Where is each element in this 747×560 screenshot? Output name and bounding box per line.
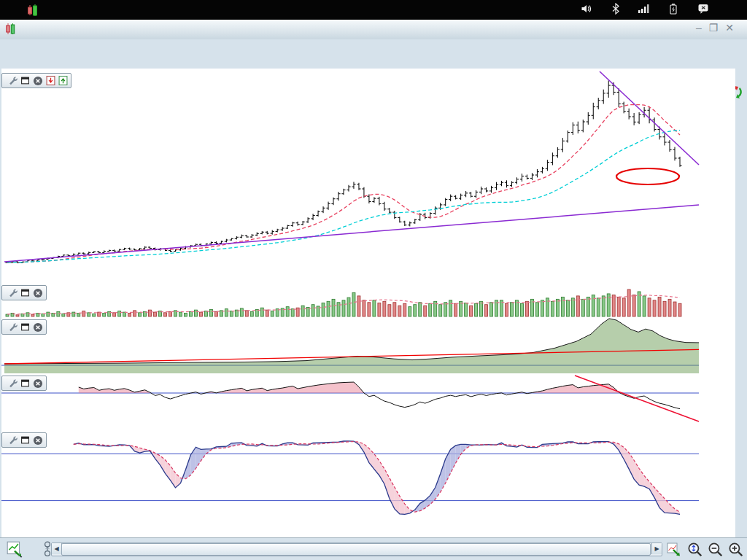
system-top-bar bbox=[0, 0, 747, 20]
chart-zoom-settings-button[interactable] bbox=[665, 540, 683, 558]
rs-panel-header[interactable] bbox=[1, 319, 47, 335]
chart-plot-area[interactable] bbox=[1, 69, 735, 537]
move-panel-down-icon[interactable] bbox=[46, 76, 55, 85]
move-panel-up-icon[interactable] bbox=[58, 76, 68, 85]
bluetooth-icon[interactable] bbox=[611, 3, 620, 17]
network-signal-icon[interactable] bbox=[638, 3, 651, 17]
wrench-icon[interactable] bbox=[8, 378, 18, 388]
wrench-icon[interactable] bbox=[8, 76, 18, 85]
horizontal-scrollbar[interactable]: ◀ ▶ bbox=[51, 542, 662, 556]
scrollbar-thumb[interactable] bbox=[61, 543, 651, 556]
scroll-left-button[interactable]: ◀ bbox=[52, 543, 62, 554]
detach-window-icon[interactable] bbox=[20, 435, 30, 445]
close-icon[interactable] bbox=[33, 288, 43, 298]
stochastic-panel-header[interactable] bbox=[1, 432, 47, 448]
close-icon[interactable] bbox=[33, 378, 43, 389]
close-icon[interactable] bbox=[33, 76, 43, 86]
battery-icon[interactable] bbox=[668, 3, 678, 18]
volume-panel-header[interactable] bbox=[1, 285, 47, 300]
window-title bbox=[0, 24, 747, 35]
rsi-panel-header[interactable] bbox=[1, 376, 47, 391]
toolbar-strip: ▲▼ ▼ ▼ bbox=[0, 39, 747, 69]
close-icon[interactable] bbox=[33, 322, 43, 332]
wrench-icon[interactable] bbox=[8, 322, 18, 332]
zoom-out-button[interactable] bbox=[706, 540, 724, 558]
chart-annotation-button[interactable] bbox=[6, 540, 23, 558]
detach-window-icon[interactable] bbox=[20, 322, 30, 332]
chat-status-icon[interactable] bbox=[697, 3, 710, 17]
window-title-bar[interactable]: –❐✕ bbox=[0, 20, 747, 40]
detach-window-icon[interactable] bbox=[20, 76, 30, 85]
price-panel-header[interactable] bbox=[1, 73, 71, 88]
window-controls[interactable]: –❐✕ bbox=[696, 22, 741, 34]
volume-icon[interactable] bbox=[580, 3, 592, 17]
wrench-icon[interactable] bbox=[8, 288, 18, 298]
zoom-fit-button[interactable] bbox=[686, 540, 703, 558]
scroll-right-button[interactable]: ▶ bbox=[651, 543, 662, 554]
wrench-icon[interactable] bbox=[8, 435, 18, 445]
app-candlestick-icon bbox=[26, 4, 39, 17]
detach-window-icon[interactable] bbox=[20, 378, 30, 388]
close-icon[interactable] bbox=[33, 435, 43, 446]
zoom-in-button[interactable] bbox=[727, 540, 744, 558]
detach-window-icon[interactable] bbox=[20, 288, 30, 298]
